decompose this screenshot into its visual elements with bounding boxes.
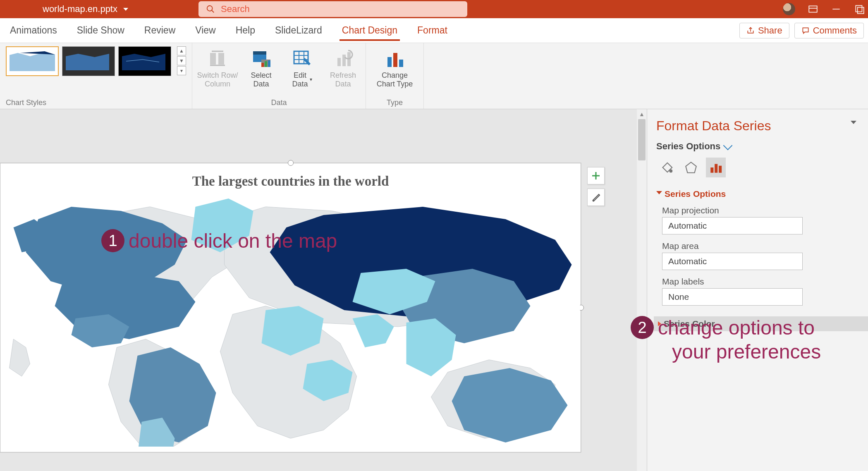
svg-rect-26 <box>387 57 392 67</box>
svg-rect-35 <box>715 164 717 173</box>
series-options-tab[interactable] <box>706 158 726 177</box>
chart-style-spinner[interactable]: ▲▼▾ <box>177 46 186 75</box>
tab-help[interactable]: Help <box>226 18 265 43</box>
refresh-data: Refresh Data <box>326 49 360 88</box>
chart-elements-button[interactable] <box>587 167 605 184</box>
share-label: Share <box>758 25 782 36</box>
chart-object[interactable]: The largest countries in the world <box>0 163 581 452</box>
select-data-icon <box>251 49 271 69</box>
map-area-select[interactable]: Automatic <box>662 253 803 270</box>
edit-data[interactable]: Edit Data▾ <box>285 49 319 88</box>
group-type: Type <box>372 98 418 107</box>
ribbon-display-icon[interactable] <box>808 4 818 14</box>
maximize-icon[interactable] <box>854 4 865 14</box>
series-options-header[interactable]: Series Options <box>656 189 868 199</box>
chart-style-1[interactable] <box>6 46 59 76</box>
map-projection-label: Map projection <box>662 206 868 215</box>
comments-button[interactable]: Comments <box>794 23 864 38</box>
format-data-series-pane: Format Data Series Series Options Series… <box>647 109 868 471</box>
change-chart-type[interactable]: Change Chart Type <box>372 49 418 88</box>
svg-point-0 <box>207 6 213 11</box>
annotation-badge-1: 1 <box>101 229 124 252</box>
svg-rect-23 <box>337 58 341 66</box>
vertical-scrollbar[interactable]: ▲ <box>637 109 647 471</box>
chart-styles-button[interactable] <box>587 189 605 206</box>
svg-rect-5 <box>856 5 862 12</box>
world-map-chart[interactable] <box>0 190 581 447</box>
chart-title[interactable]: The largest countries in the world <box>0 174 581 189</box>
switch-rc-icon <box>208 49 227 69</box>
document-filename[interactable]: world-map.en.pptx <box>43 4 128 14</box>
scroll-thumb[interactable] <box>638 119 646 160</box>
minimize-icon[interactable] <box>831 4 842 14</box>
paint-bucket-icon <box>659 160 673 175</box>
group-data: Data <box>198 98 360 107</box>
tab-slideshow[interactable]: Slide Show <box>67 18 134 43</box>
svg-rect-28 <box>399 60 403 67</box>
svg-rect-10 <box>210 53 216 65</box>
pane-collapse-icon[interactable] <box>851 121 856 124</box>
svg-rect-2 <box>809 6 817 12</box>
group-chart-styles: Chart Styles <box>6 98 186 107</box>
scroll-up-icon[interactable]: ▲ <box>637 109 647 119</box>
svg-rect-11 <box>218 53 224 65</box>
svg-rect-16 <box>265 61 267 67</box>
comments-label: Comments <box>813 25 857 36</box>
svg-rect-34 <box>710 167 713 173</box>
bar-chart-icon <box>709 160 723 175</box>
effects-tab[interactable] <box>681 158 701 177</box>
tab-animations[interactable]: Animations <box>0 18 67 43</box>
user-avatar[interactable] <box>783 3 795 15</box>
annotation-2: 2 change options to your preferences <box>631 316 821 363</box>
annotation-badge-2: 2 <box>631 316 654 339</box>
tab-format[interactable]: Format <box>407 18 457 43</box>
map-labels-label: Map labels <box>662 277 868 287</box>
search-icon <box>206 5 215 14</box>
svg-rect-24 <box>342 55 346 66</box>
refresh-data-icon <box>333 49 353 69</box>
map-labels-select[interactable]: None <box>662 288 803 306</box>
search-placeholder: Search <box>221 4 250 14</box>
change-type-icon <box>385 49 405 69</box>
annotation-1: 1 double click on the map <box>101 229 337 252</box>
map-projection-select[interactable]: Automatic <box>662 217 803 234</box>
fill-line-tab[interactable] <box>656 158 676 177</box>
svg-line-1 <box>212 10 214 13</box>
svg-rect-15 <box>261 63 264 67</box>
chart-style-3[interactable] <box>118 46 171 76</box>
edit-data-icon <box>292 49 312 69</box>
svg-rect-36 <box>719 166 722 173</box>
map-area-label: Map area <box>662 241 868 251</box>
tab-review[interactable]: Review <box>134 18 185 43</box>
tab-slidelizard[interactable]: SlideLizard <box>265 18 332 43</box>
plus-icon <box>591 171 601 181</box>
svg-marker-33 <box>686 162 696 173</box>
chart-style-2[interactable] <box>62 46 115 76</box>
svg-rect-17 <box>268 60 270 67</box>
svg-rect-6 <box>858 7 864 14</box>
series-options-dropdown[interactable]: Series Options <box>656 141 868 152</box>
search-box[interactable]: Search <box>198 1 467 17</box>
share-button[interactable]: Share <box>739 23 789 38</box>
svg-rect-27 <box>393 53 397 67</box>
pentagon-icon <box>684 160 698 175</box>
selection-handle-top[interactable] <box>288 160 294 166</box>
tab-chart-design[interactable]: Chart Design <box>332 18 407 43</box>
share-icon <box>746 26 755 35</box>
svg-rect-13 <box>253 51 266 55</box>
svg-point-32 <box>670 170 672 172</box>
select-data[interactable]: Select Data <box>244 49 278 88</box>
brush-icon <box>591 192 601 202</box>
switch-row-column: Switch Row/ Column <box>198 49 237 88</box>
pane-title: Format Data Series <box>656 118 868 134</box>
comments-icon <box>801 26 810 35</box>
tab-view[interactable]: View <box>185 18 225 43</box>
